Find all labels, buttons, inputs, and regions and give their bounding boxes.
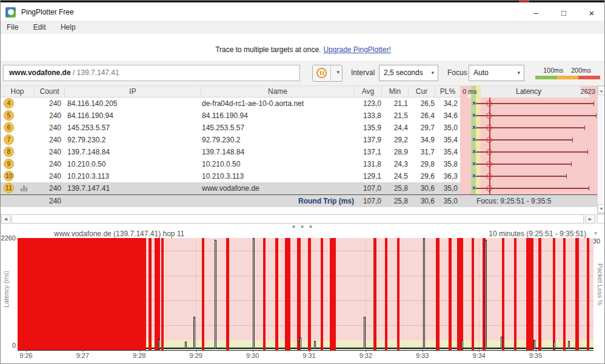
menu-help[interactable]: Help bbox=[55, 21, 82, 34]
latency-mini-graph[interactable]: × bbox=[460, 122, 597, 134]
packet-loss-bar bbox=[226, 238, 229, 350]
packet-loss-cell: 34,2 bbox=[435, 98, 458, 110]
upgrade-link[interactable]: Upgrade PingPlotter! bbox=[323, 45, 390, 54]
latency-mini-graph[interactable]: × bbox=[460, 182, 597, 194]
interval-select[interactable]: 2,5 seconds ▾ bbox=[379, 65, 438, 81]
table-row[interactable]: 6240145.253.5.57145.253.5.57135,924,429,… bbox=[1, 122, 605, 134]
target-input[interactable]: www.vodafone.de / 139.7.147.41 bbox=[3, 65, 300, 81]
table-row[interactable]: 1024010.210.3.11310.210.3.113129,124,529… bbox=[1, 170, 605, 182]
ip-cell: 84.116.140.205 bbox=[67, 98, 118, 110]
hop-number-badge: 5 bbox=[4, 110, 14, 121]
cur-cell: 31,7 bbox=[408, 146, 435, 158]
min-marker-icon: × bbox=[472, 134, 476, 146]
close-button[interactable]: × bbox=[578, 4, 605, 22]
packet-loss-cell: 35,0 bbox=[435, 182, 458, 194]
pause-dropdown-arrow-icon[interactable]: ▾ bbox=[336, 69, 339, 75]
latency-mini-graph[interactable]: × bbox=[460, 158, 597, 170]
latency-spike bbox=[461, 340, 463, 349]
packet-loss-bar bbox=[330, 238, 335, 350]
header-count[interactable]: Count bbox=[34, 86, 64, 98]
latency-mini-graph[interactable]: × bbox=[460, 170, 597, 182]
header-name[interactable]: Name bbox=[201, 86, 354, 98]
hop-number-badge: 9 bbox=[4, 159, 14, 169]
latency-spike bbox=[423, 238, 425, 349]
table-row[interactable]: 924010.210.0.5010.210.0.50131,824,329,83… bbox=[1, 158, 605, 170]
chevron-down-icon[interactable]: ▾ bbox=[594, 230, 597, 236]
latency-mini-graph[interactable]: × bbox=[460, 98, 597, 110]
packet-loss-bar bbox=[457, 238, 463, 350]
latency-spike bbox=[568, 341, 570, 349]
table-row[interactable]: 11240139.7.147.41www.vodafone.de107,025,… bbox=[1, 182, 605, 194]
table-row[interactable]: 524084.116.190.9484.116.190.94133,821,52… bbox=[1, 110, 605, 122]
latency-spike bbox=[193, 317, 195, 349]
latency-time-plot[interactable] bbox=[18, 238, 593, 351]
x-tick-label: 9:33 bbox=[410, 352, 435, 359]
min-cell: 21,5 bbox=[381, 110, 408, 122]
scroll-up-icon[interactable]: ▲ bbox=[598, 86, 605, 95]
avg-cell: 107,0 bbox=[354, 182, 381, 194]
banner-text: Trace to multiple targets at once. bbox=[215, 45, 321, 54]
graph-timeframe[interactable]: 10 minutes (9:25:51 - 9:35:51) bbox=[489, 230, 586, 238]
focus-value: Auto bbox=[473, 68, 489, 77]
toolbar: www.vodafone.de / 139.7.147.41 ▾ Interva… bbox=[1, 61, 605, 85]
header-hop[interactable]: Hop bbox=[1, 86, 34, 98]
latency-mini-graph[interactable]: × bbox=[460, 110, 597, 122]
min-cell: 21,1 bbox=[381, 98, 408, 110]
header-min[interactable]: Min bbox=[381, 86, 408, 98]
packet-loss-bar bbox=[385, 238, 388, 350]
header-cur[interactable]: Cur bbox=[408, 86, 435, 98]
gridline bbox=[366, 238, 366, 350]
summary-row: 240 Round Trip (ms) 107,0 25,8 30,6 35,0… bbox=[1, 194, 605, 207]
packet-loss-bar bbox=[449, 238, 452, 350]
cur-cell: 26,5 bbox=[408, 98, 435, 110]
scroll-right-icon[interactable]: ▶ bbox=[586, 214, 595, 223]
focus-select[interactable]: Auto ▾ bbox=[469, 65, 524, 81]
table-header: Hop Count IP Name Avg Min Cur PL% 0 ms L… bbox=[1, 85, 605, 98]
x-tick-label: 9:29 bbox=[184, 352, 208, 359]
horizontal-scrollbar[interactable]: ◀ ▶ bbox=[1, 214, 605, 224]
minimize-button[interactable]: – bbox=[522, 4, 550, 22]
cur-cell: 30,6 bbox=[408, 182, 435, 194]
maximize-button[interactable]: □ bbox=[550, 4, 578, 22]
hop-number-badge: 8 bbox=[4, 147, 14, 157]
table-row[interactable]: 424084.116.140.205de-fra04d-rc1-ae-10-0.… bbox=[1, 98, 605, 110]
horizontal-scrollbar-track[interactable] bbox=[12, 214, 584, 223]
latency-spike bbox=[215, 240, 216, 349]
target-ip: 139.7.147.41 bbox=[77, 68, 119, 77]
count-cell: 240 bbox=[34, 122, 61, 134]
packet-loss-bar bbox=[308, 238, 311, 350]
packet-loss-bar bbox=[275, 238, 278, 350]
table-row[interactable]: 724092.79.230.292.79.230.2137,929,234,93… bbox=[1, 134, 605, 146]
latency-mini-graph[interactable]: × bbox=[460, 134, 597, 146]
header-ip[interactable]: IP bbox=[64, 86, 201, 98]
latency-mini-graph[interactable]: × bbox=[460, 146, 597, 158]
scale-max-label: 2623 bbox=[581, 86, 595, 98]
scroll-left-icon[interactable]: ◀ bbox=[1, 214, 10, 223]
latency-max-tick bbox=[587, 150, 588, 154]
packet-loss-bar bbox=[202, 238, 205, 350]
pause-button[interactable] bbox=[313, 65, 331, 81]
avg-cell: 137,1 bbox=[354, 146, 381, 158]
latency-scale-scrollbar[interactable]: ▲ ▼ bbox=[597, 85, 605, 214]
packet-loss-bar bbox=[321, 238, 324, 350]
packet-loss-axis-label: Packet Loss % bbox=[597, 263, 604, 305]
scrollbar-corner bbox=[597, 214, 605, 223]
min-cell: 24,5 bbox=[381, 170, 408, 182]
latency-max-tick bbox=[596, 113, 597, 118]
x-tick-label: 9:31 bbox=[297, 352, 321, 359]
legend-red-segment bbox=[578, 76, 600, 79]
count-cell: 240 bbox=[34, 146, 61, 158]
pause-button-group[interactable]: ▾ bbox=[312, 65, 343, 82]
legend-green-segment bbox=[535, 76, 557, 79]
latency-spike bbox=[501, 337, 503, 349]
legend-yellow-segment bbox=[557, 76, 579, 79]
header-avg[interactable]: Avg bbox=[354, 86, 381, 98]
menu-edit[interactable]: Edit bbox=[27, 21, 52, 34]
menu-file[interactable]: File bbox=[1, 21, 24, 34]
latency-range-bar bbox=[476, 103, 593, 104]
summary-avg: 107,0 bbox=[354, 195, 381, 207]
header-pl[interactable]: PL% bbox=[435, 86, 460, 98]
table-row[interactable]: 8240139.7.148.84139.7.148.84137,128,931,… bbox=[1, 146, 605, 158]
menu-bar: File Edit Help bbox=[1, 21, 605, 34]
scroll-down-icon[interactable]: ▼ bbox=[598, 204, 605, 213]
